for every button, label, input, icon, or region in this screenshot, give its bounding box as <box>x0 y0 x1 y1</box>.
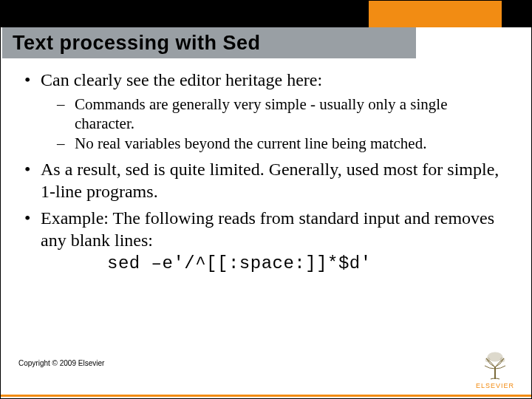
header-orange-block <box>369 1 502 27</box>
footer-accent-bar <box>1 395 531 397</box>
code-example: sed –e'/^[[:space:]]*$d' <box>41 253 511 275</box>
sub-bullet-item: No real variables beyond the current lin… <box>41 134 511 154</box>
svg-point-1 <box>485 358 490 362</box>
bullet-item: As a result, sed is quite limited. Gener… <box>21 158 511 202</box>
sub-bullet-list: Commands are generally very simple - usu… <box>41 95 511 154</box>
svg-point-2 <box>500 358 505 362</box>
bullet-item: Example: The following reads from standa… <box>21 207 511 275</box>
bullet-text: As a result, sed is quite limited. Gener… <box>41 160 499 201</box>
publisher-logo: ELSEVIER <box>472 351 518 389</box>
bullet-text: Can clearly see the editor heritage here… <box>41 70 322 89</box>
bullet-list: Can clearly see the editor heritage here… <box>21 69 511 275</box>
copyright-text: Copyright © 2009 Elsevier <box>18 359 104 367</box>
content-area: Can clearly see the editor heritage here… <box>21 69 511 279</box>
publisher-name: ELSEVIER <box>472 382 518 389</box>
sub-bullet-text: No real variables beyond the current lin… <box>75 134 426 152</box>
title-bar: Text processing with Sed <box>2 27 416 58</box>
bullet-item: Can clearly see the editor heritage here… <box>21 69 511 154</box>
bullet-text: Example: The following reads from standa… <box>41 208 494 250</box>
slide: Text processing with Sed Can clearly see… <box>0 0 532 399</box>
sub-bullet-text: Commands are generally very simple - usu… <box>75 95 447 132</box>
elsevier-tree-icon <box>479 351 511 381</box>
slide-title: Text processing with Sed <box>13 32 261 55</box>
sub-bullet-item: Commands are generally very simple - usu… <box>41 95 511 133</box>
